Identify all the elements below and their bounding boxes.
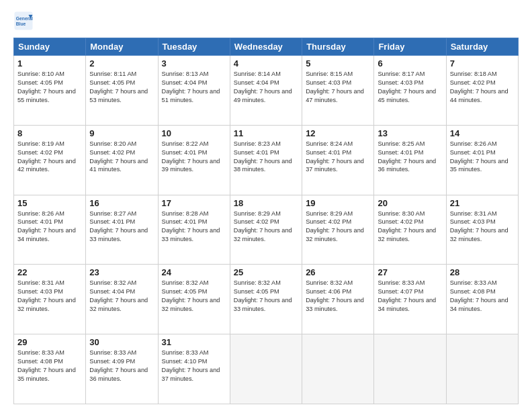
calendar-cell: 6 Sunrise: 8:17 AM Sunset: 4:03 PM Dayli… — [374, 56, 446, 126]
day-info: Sunrise: 8:33 AM Sunset: 4:10 PM Dayligh… — [162, 349, 226, 383]
day-number: 8 — [17, 128, 82, 138]
calendar-cell — [302, 334, 374, 404]
day-number: 2 — [89, 58, 154, 68]
svg-text:Blue: Blue — [16, 21, 26, 26]
calendar-cell: 17 Sunrise: 8:28 AM Sunset: 4:01 PM Dayl… — [158, 195, 230, 265]
day-info: Sunrise: 8:29 AM Sunset: 4:02 PM Dayligh… — [306, 210, 370, 244]
weekday-header-wednesday: Wednesday — [230, 38, 302, 56]
day-info: Sunrise: 8:33 AM Sunset: 4:08 PM Dayligh… — [450, 279, 515, 314]
day-info: Sunrise: 8:18 AM Sunset: 4:02 PM Dayligh… — [450, 70, 515, 105]
day-number: 10 — [162, 128, 226, 138]
day-info: Sunrise: 8:13 AM Sunset: 4:04 PM Dayligh… — [162, 70, 226, 105]
day-info: Sunrise: 8:30 AM Sunset: 4:02 PM Dayligh… — [378, 210, 442, 244]
calendar-cell: 24 Sunrise: 8:32 AM Sunset: 4:05 PM Dayl… — [158, 265, 230, 334]
calendar-cell: 2 Sunrise: 8:11 AM Sunset: 4:05 PM Dayli… — [86, 56, 158, 126]
day-number: 24 — [162, 267, 226, 277]
page: General Blue SundayMondayTuesdayWednesda… — [0, 0, 532, 411]
header: General Blue — [13, 11, 519, 31]
day-number: 16 — [89, 198, 154, 208]
day-info: Sunrise: 8:27 AM Sunset: 4:01 PM Dayligh… — [89, 210, 154, 244]
day-number: 25 — [234, 267, 298, 277]
day-number: 12 — [306, 128, 370, 138]
day-number: 18 — [234, 198, 298, 208]
calendar-cell: 16 Sunrise: 8:27 AM Sunset: 4:01 PM Dayl… — [86, 195, 158, 265]
day-number: 30 — [89, 337, 154, 347]
day-number: 15 — [17, 198, 82, 208]
svg-rect-0 — [15, 12, 33, 30]
weekday-header-saturday: Saturday — [446, 38, 518, 56]
day-info: Sunrise: 8:31 AM Sunset: 4:03 PM Dayligh… — [450, 210, 515, 244]
day-number: 28 — [450, 267, 515, 277]
calendar-cell: 10 Sunrise: 8:22 AM Sunset: 4:01 PM Dayl… — [158, 125, 230, 195]
day-info: Sunrise: 8:23 AM Sunset: 4:01 PM Dayligh… — [234, 140, 298, 175]
day-number: 22 — [17, 267, 82, 277]
weekday-header-sunday: Sunday — [14, 38, 86, 56]
calendar-cell: 12 Sunrise: 8:24 AM Sunset: 4:01 PM Dayl… — [302, 125, 374, 195]
day-number: 1 — [17, 58, 82, 68]
day-info: Sunrise: 8:11 AM Sunset: 4:05 PM Dayligh… — [89, 70, 154, 105]
day-info: Sunrise: 8:19 AM Sunset: 4:02 PM Dayligh… — [17, 140, 82, 175]
day-number: 5 — [306, 58, 370, 68]
day-number: 26 — [306, 267, 370, 277]
day-number: 31 — [162, 337, 226, 347]
day-info: Sunrise: 8:14 AM Sunset: 4:04 PM Dayligh… — [234, 70, 298, 105]
calendar-cell: 4 Sunrise: 8:14 AM Sunset: 4:04 PM Dayli… — [230, 56, 302, 126]
logo-icon: General Blue — [13, 11, 34, 31]
calendar-cell — [446, 334, 518, 404]
logo: General Blue — [13, 11, 36, 31]
day-number: 13 — [378, 128, 442, 138]
day-info: Sunrise: 8:29 AM Sunset: 4:02 PM Dayligh… — [234, 210, 298, 244]
calendar-cell: 14 Sunrise: 8:26 AM Sunset: 4:01 PM Dayl… — [446, 125, 518, 195]
calendar-cell: 3 Sunrise: 8:13 AM Sunset: 4:04 PM Dayli… — [158, 56, 230, 126]
day-info: Sunrise: 8:24 AM Sunset: 4:01 PM Dayligh… — [306, 140, 370, 175]
day-number: 20 — [378, 198, 442, 208]
calendar-cell: 31 Sunrise: 8:33 AM Sunset: 4:10 PM Dayl… — [158, 334, 230, 404]
day-number: 4 — [234, 58, 298, 68]
week-row-1: 1 Sunrise: 8:10 AM Sunset: 4:05 PM Dayli… — [14, 56, 519, 126]
calendar-cell — [374, 334, 446, 404]
day-info: Sunrise: 8:28 AM Sunset: 4:01 PM Dayligh… — [162, 210, 226, 244]
day-number: 29 — [17, 337, 82, 347]
day-info: Sunrise: 8:33 AM Sunset: 4:09 PM Dayligh… — [89, 349, 154, 383]
day-number: 3 — [162, 58, 226, 68]
day-info: Sunrise: 8:31 AM Sunset: 4:03 PM Dayligh… — [17, 279, 82, 314]
day-number: 17 — [162, 198, 226, 208]
day-info: Sunrise: 8:15 AM Sunset: 4:03 PM Dayligh… — [306, 70, 370, 105]
day-number: 9 — [89, 128, 154, 138]
day-info: Sunrise: 8:26 AM Sunset: 4:01 PM Dayligh… — [17, 210, 82, 244]
calendar-cell: 25 Sunrise: 8:32 AM Sunset: 4:05 PM Dayl… — [230, 265, 302, 334]
calendar-cell: 20 Sunrise: 8:30 AM Sunset: 4:02 PM Dayl… — [374, 195, 446, 265]
calendar-cell: 15 Sunrise: 8:26 AM Sunset: 4:01 PM Dayl… — [14, 195, 86, 265]
calendar-cell: 7 Sunrise: 8:18 AM Sunset: 4:02 PM Dayli… — [446, 56, 518, 126]
calendar-cell: 8 Sunrise: 8:19 AM Sunset: 4:02 PM Dayli… — [14, 125, 86, 195]
calendar-cell: 21 Sunrise: 8:31 AM Sunset: 4:03 PM Dayl… — [446, 195, 518, 265]
day-number: 6 — [378, 58, 442, 68]
day-info: Sunrise: 8:20 AM Sunset: 4:02 PM Dayligh… — [89, 140, 154, 175]
weekday-header-row: SundayMondayTuesdayWednesdayThursdayFrid… — [14, 38, 519, 56]
calendar-cell: 23 Sunrise: 8:32 AM Sunset: 4:04 PM Dayl… — [86, 265, 158, 334]
calendar-cell: 18 Sunrise: 8:29 AM Sunset: 4:02 PM Dayl… — [230, 195, 302, 265]
day-number: 27 — [378, 267, 442, 277]
calendar-cell: 27 Sunrise: 8:33 AM Sunset: 4:07 PM Dayl… — [374, 265, 446, 334]
day-info: Sunrise: 8:25 AM Sunset: 4:01 PM Dayligh… — [378, 140, 442, 175]
calendar-cell: 29 Sunrise: 8:33 AM Sunset: 4:08 PM Dayl… — [14, 334, 86, 404]
calendar-cell: 22 Sunrise: 8:31 AM Sunset: 4:03 PM Dayl… — [14, 265, 86, 334]
day-info: Sunrise: 8:32 AM Sunset: 4:05 PM Dayligh… — [234, 279, 298, 314]
calendar-cell: 19 Sunrise: 8:29 AM Sunset: 4:02 PM Dayl… — [302, 195, 374, 265]
day-info: Sunrise: 8:26 AM Sunset: 4:01 PM Dayligh… — [450, 140, 515, 175]
weekday-header-monday: Monday — [86, 38, 158, 56]
week-row-4: 22 Sunrise: 8:31 AM Sunset: 4:03 PM Dayl… — [14, 265, 519, 334]
day-number: 7 — [450, 58, 515, 68]
day-number: 23 — [89, 267, 154, 277]
weekday-header-friday: Friday — [374, 38, 446, 56]
day-number: 19 — [306, 198, 370, 208]
day-info: Sunrise: 8:32 AM Sunset: 4:06 PM Dayligh… — [306, 279, 370, 314]
week-row-3: 15 Sunrise: 8:26 AM Sunset: 4:01 PM Dayl… — [14, 195, 519, 265]
day-info: Sunrise: 8:33 AM Sunset: 4:08 PM Dayligh… — [17, 349, 82, 383]
day-number: 11 — [234, 128, 298, 138]
day-number: 14 — [450, 128, 515, 138]
calendar-cell: 13 Sunrise: 8:25 AM Sunset: 4:01 PM Dayl… — [374, 125, 446, 195]
calendar-cell: 28 Sunrise: 8:33 AM Sunset: 4:08 PM Dayl… — [446, 265, 518, 334]
calendar-cell: 30 Sunrise: 8:33 AM Sunset: 4:09 PM Dayl… — [86, 334, 158, 404]
day-info: Sunrise: 8:32 AM Sunset: 4:05 PM Dayligh… — [162, 279, 226, 314]
